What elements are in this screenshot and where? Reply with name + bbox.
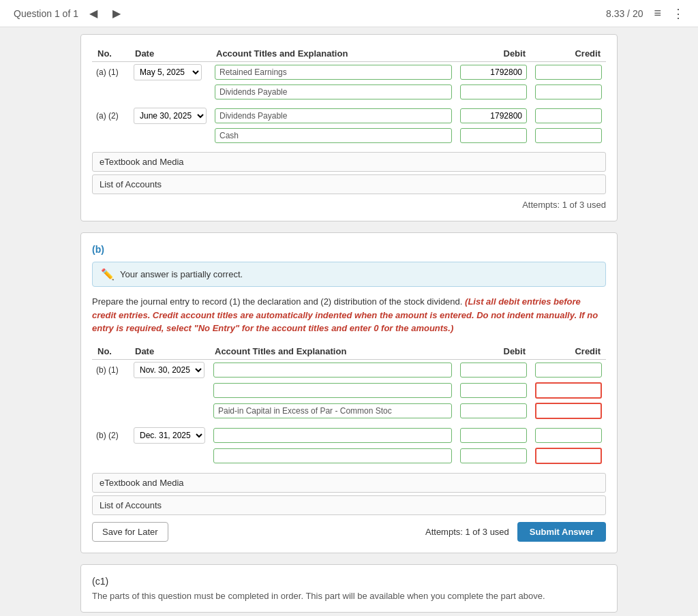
- credit-cell-a1-2[interactable]: [531, 82, 606, 102]
- next-button[interactable]: ▶: [108, 5, 125, 21]
- credit-input-b1-1[interactable]: [535, 363, 602, 378]
- section-b-card: (b) ✏️ Your answer is partially correct.…: [80, 232, 618, 553]
- col-header-date: Date: [130, 46, 211, 62]
- account-input-b2-2[interactable]: [213, 448, 452, 463]
- credit-input-a1-1[interactable]: [535, 65, 602, 80]
- debit-cell-a1-1[interactable]: [456, 62, 531, 83]
- debit-input-a2-2[interactable]: [460, 128, 527, 143]
- debit-input-b2-2[interactable]: [460, 448, 527, 463]
- credit-input-a1-2[interactable]: [535, 84, 602, 99]
- account-cell-b1-1[interactable]: [209, 359, 456, 380]
- section-c-label: (c1): [92, 576, 606, 587]
- submit-answer-button[interactable]: Submit Answer: [517, 522, 606, 542]
- credit-cell-a1-1[interactable]: [531, 62, 606, 83]
- list-icon-button[interactable]: ≡: [654, 6, 661, 20]
- credit-input-b1-2[interactable]: [535, 382, 602, 399]
- pencil-icon: ✏️: [101, 268, 115, 281]
- account-input-b2-1[interactable]: [213, 428, 452, 443]
- account-cell-b1-2[interactable]: [209, 380, 456, 401]
- debit-input-b1-2[interactable]: [460, 383, 527, 398]
- credit-cell-b1-2[interactable]: [531, 380, 606, 401]
- top-bar-right: 8.33 / 20 ≡ ⋮: [606, 6, 684, 21]
- credit-input-b2-1[interactable]: [535, 428, 602, 443]
- date-select-b2[interactable]: Dec. 31, 2025: [134, 427, 205, 444]
- date-select-a1[interactable]: May 5, 2025: [134, 64, 202, 80]
- credit-cell-a2-2[interactable]: [531, 126, 606, 145]
- account-input-a1-2[interactable]: [215, 84, 452, 99]
- credit-cell-b1-1[interactable]: [531, 359, 606, 380]
- account-input-a2-2[interactable]: [215, 128, 452, 143]
- prev-button[interactable]: ◀: [85, 5, 102, 21]
- account-cell-a2-2[interactable]: [211, 126, 456, 145]
- section-b-label: (b): [92, 244, 606, 255]
- account-cell-a1-1[interactable]: [211, 62, 456, 83]
- section-c-text: The parts of this question must be compl…: [92, 591, 606, 601]
- account-cell-a1-2[interactable]: [211, 82, 456, 102]
- account-cell-b2-2[interactable]: [209, 446, 456, 466]
- section-a-table: No. Date Account Titles and Explanation …: [92, 46, 606, 145]
- action-bar-right: Attempts: 1 of 3 used Submit Answer: [425, 522, 606, 542]
- debit-input-a2-1[interactable]: [460, 108, 527, 123]
- account-input-a2-1[interactable]: [215, 108, 452, 123]
- credit-cell-b2-1[interactable]: [531, 425, 606, 446]
- list-of-accounts-link-a[interactable]: List of Accounts: [92, 174, 606, 194]
- debit-input-b1-3[interactable]: [460, 403, 527, 418]
- table-row: (a) (2) June 30, 2025: [92, 106, 606, 126]
- debit-cell-b2-1[interactable]: [456, 425, 531, 446]
- account-cell-b2-1[interactable]: [209, 425, 456, 446]
- credit-input-b2-2[interactable]: [535, 448, 602, 464]
- date-cell-b1[interactable]: Nov. 30, 2025: [130, 359, 209, 380]
- debit-cell-a1-2[interactable]: [456, 82, 531, 102]
- etextbook-link-a[interactable]: eTextbook and Media: [92, 152, 606, 172]
- debit-input-a1-2[interactable]: [460, 84, 527, 99]
- date-cell-a1[interactable]: May 5, 2025: [130, 62, 211, 83]
- row-label-a2: (a) (2): [92, 106, 130, 126]
- account-input-b1-3[interactable]: [213, 403, 452, 418]
- question-label: Question 1 of 1: [14, 8, 78, 19]
- account-cell-a2-1[interactable]: [211, 106, 456, 126]
- credit-input-a2-2[interactable]: [535, 128, 602, 143]
- col-b-header-no: No.: [92, 343, 130, 360]
- row-label-b1: (b) (1): [92, 359, 130, 380]
- debit-input-b2-1[interactable]: [460, 428, 527, 443]
- debit-cell-b1-3[interactable]: [456, 401, 531, 421]
- debit-input-a1-1[interactable]: [460, 65, 527, 80]
- etextbook-link-b[interactable]: eTextbook and Media: [92, 473, 606, 493]
- date-cell-b2[interactable]: Dec. 31, 2025: [130, 425, 209, 446]
- credit-input-b1-3[interactable]: [535, 403, 602, 419]
- section-c-card: (c1) The parts of this question must be …: [80, 564, 618, 613]
- credit-cell-b2-2[interactable]: [531, 446, 606, 466]
- main-content: No. Date Account Titles and Explanation …: [70, 27, 628, 616]
- account-input-b1-1[interactable]: [213, 363, 452, 378]
- debit-cell-b1-1[interactable]: [456, 359, 531, 380]
- table-row: [92, 401, 606, 421]
- col-header-account: Account Titles and Explanation: [211, 46, 456, 62]
- debit-cell-a2-1[interactable]: [456, 106, 531, 126]
- col-b-header-account: Account Titles and Explanation: [209, 343, 456, 360]
- top-bar-left: Question 1 of 1 ◀ ▶: [14, 5, 125, 21]
- credit-cell-a2-1[interactable]: [531, 106, 606, 126]
- more-icon-button[interactable]: ⋮: [672, 6, 684, 21]
- table-row: (a) (1) May 5, 2025: [92, 62, 606, 83]
- table-row: [92, 126, 606, 145]
- save-for-later-button[interactable]: Save for Later: [92, 522, 168, 542]
- debit-cell-b2-2[interactable]: [456, 446, 531, 466]
- account-input-b1-2[interactable]: [213, 383, 452, 398]
- list-of-accounts-link-b[interactable]: List of Accounts: [92, 495, 606, 515]
- account-input-a1-1[interactable]: [215, 65, 452, 80]
- section-b-footer: eTextbook and Media List of Accounts: [92, 473, 606, 515]
- account-cell-b1-3[interactable]: [209, 401, 456, 421]
- debit-cell-a2-2[interactable]: [456, 126, 531, 145]
- section-a-card: No. Date Account Titles and Explanation …: [80, 34, 618, 221]
- section-a-footer: eTextbook and Media List of Accounts: [92, 152, 606, 194]
- credit-input-a2-1[interactable]: [535, 108, 602, 123]
- section-b-table: No. Date Account Titles and Explanation …: [92, 343, 606, 466]
- date-select-b1[interactable]: Nov. 30, 2025: [134, 362, 204, 378]
- debit-cell-b1-2[interactable]: [456, 380, 531, 401]
- date-select-a2[interactable]: June 30, 2025: [134, 108, 207, 124]
- date-cell-a2[interactable]: June 30, 2025: [130, 106, 211, 126]
- col-b-header-date: Date: [130, 343, 209, 360]
- debit-input-b1-1[interactable]: [460, 363, 527, 378]
- row-label-a1: (a) (1): [92, 62, 130, 83]
- credit-cell-b1-3[interactable]: [531, 401, 606, 421]
